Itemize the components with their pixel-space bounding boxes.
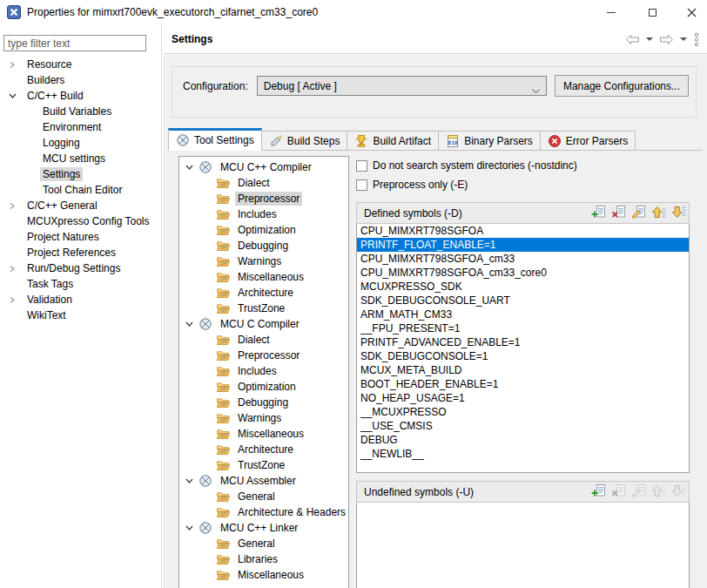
sidebar-item-environment[interactable]: Environment <box>0 119 161 135</box>
sidebar-item-tool-chain-editor[interactable]: Tool Chain Editor <box>0 182 161 198</box>
tool-tree-item-mcu-c-compiler[interactable]: MCU C Compiler <box>179 316 348 332</box>
defined-symbol-row[interactable]: CPU_MIMXRT798SGFOA_cm33 <box>357 252 689 266</box>
chevron-down-icon[interactable] <box>184 164 194 171</box>
tool-tree-item-mcu-c-compiler[interactable]: MCU C++ Compiler <box>179 159 348 175</box>
sidebar-item-label: MCU settings <box>40 152 108 166</box>
sidebar-item-logging[interactable]: Logging <box>0 135 161 151</box>
tab-binary-parsers[interactable]: 010Binary Parsers <box>438 131 541 151</box>
tab-error-parsers[interactable]: Error Parsers <box>540 131 636 151</box>
defined-symbol-row[interactable]: PRINTF_FLOAT_ENABLE=1 <box>357 238 689 252</box>
defined-symbol-row[interactable]: __USE_CMSIS <box>357 419 689 433</box>
forward-history-dropdown[interactable] <box>680 37 687 41</box>
defined-symbol-row[interactable]: ARM_MATH_CM33 <box>357 308 689 321</box>
tool-tree-item-label: MCU C++ Compiler <box>218 160 314 174</box>
tool-tree-item-mcu-c-linker[interactable]: MCU C++ Linker <box>179 520 348 536</box>
sidebar-item-mcu-settings[interactable]: MCU settings <box>0 151 161 166</box>
nostdinc-checkbox[interactable] <box>356 160 367 172</box>
sidebar-item-project-references[interactable]: Project References <box>0 245 161 260</box>
tool-tree-item-preprocessor[interactable]: Preprocessor <box>179 191 348 206</box>
defined-symbol-row[interactable]: CPU_MIMXRT798SGFOA_cm33_core0 <box>357 266 689 280</box>
tool-tree-item-debugging[interactable]: Debugging <box>179 238 348 253</box>
move-symbol-up-button[interactable] <box>650 206 666 220</box>
chevron-down-icon[interactable] <box>7 92 17 99</box>
defined-symbol-row[interactable]: __FPU_PRESENT=1 <box>357 321 689 335</box>
add-symbol-button[interactable] <box>590 206 606 220</box>
minimize-button[interactable] <box>596 0 627 24</box>
defined-symbol-row[interactable]: CPU_MIMXRT798SGFOA <box>357 224 689 238</box>
tool-tree-item-libraries[interactable]: Libraries <box>179 551 348 567</box>
tool-tree-item-dialect[interactable]: Dialect <box>179 175 348 191</box>
sidebar-item-c-c-build[interactable]: C/C++ Build <box>0 88 161 104</box>
defined-symbol-row[interactable]: PRINTF_ADVANCED_ENABLE=1 <box>357 335 689 349</box>
defined-symbol-row[interactable]: NO_HEAP_USAGE=1 <box>357 391 689 405</box>
defined-symbol-row[interactable]: SDK_DEBUGCONSOLE=1 <box>357 349 689 363</box>
tool-tree-item-architecture[interactable]: Architecture <box>179 285 348 301</box>
tool-tree-item-architecture[interactable]: Architecture <box>179 442 348 457</box>
sidebar-item-task-tags[interactable]: Task Tags <box>0 276 161 292</box>
tool-tree-item-general[interactable]: General <box>179 489 348 504</box>
close-button[interactable] <box>676 0 707 24</box>
tool-tree-item-miscellaneous[interactable]: Miscellaneous <box>179 269 348 285</box>
maximize-button[interactable] <box>636 0 668 24</box>
tool-tree-item-warnings[interactable]: Warnings <box>179 253 348 269</box>
view-menu-button[interactable] <box>693 32 700 47</box>
chevron-down-icon[interactable] <box>184 477 194 484</box>
delete-symbol-button[interactable] <box>610 206 626 220</box>
defined-symbol-row[interactable]: __MCUXPRESSO <box>357 405 689 419</box>
tool-tree-item-architecture-headers[interactable]: Architecture & Headers <box>179 504 348 520</box>
sidebar-item-resource[interactable]: Resource <box>0 57 161 72</box>
defined-symbol-row[interactable]: DEBUG <box>357 433 689 447</box>
tool-tree-item-dialect[interactable]: Dialect <box>179 332 348 348</box>
tool-tree-item-miscellaneous[interactable]: Miscellaneous <box>179 426 348 442</box>
tool-tree-item-miscellaneous[interactable]: Miscellaneous <box>179 567 348 583</box>
tool-tree-item-trustzone[interactable]: TrustZone <box>179 301 348 316</box>
sidebar-item-mcuxpresso-config-tools[interactable]: MCUXpresso Config Tools <box>0 213 161 229</box>
defined-symbol-row[interactable]: MCUX_META_BUILD <box>357 363 689 377</box>
main-header: Settings <box>163 24 707 54</box>
configuration-combo[interactable]: Debug [ Active ] <box>257 76 547 96</box>
edit-symbol-button[interactable] <box>630 206 646 220</box>
move-symbol-down-button[interactable] <box>670 206 686 220</box>
chevron-right-icon[interactable] <box>7 296 17 304</box>
defined-symbol-row[interactable]: BOOT_HEADER_ENABLE=1 <box>357 377 689 391</box>
tool-tree-item-warnings[interactable]: Warnings <box>179 410 348 426</box>
sidebar-item-run-debug-settings[interactable]: Run/Debug Settings <box>0 260 161 276</box>
tool-tree-item-includes[interactable]: Includes <box>179 206 348 222</box>
tool-tree-item-trustzone[interactable]: TrustZone <box>179 457 348 473</box>
manage-configurations-button[interactable]: Manage Configurations... <box>555 75 689 97</box>
build-steps-icon <box>269 134 283 148</box>
page-title: Settings <box>172 33 212 45</box>
chevron-right-icon[interactable] <box>7 202 17 210</box>
tool-tree-item-preprocessor[interactable]: Preprocessor <box>179 348 348 363</box>
tool-tree-item-debugging[interactable]: Debugging <box>179 395 348 410</box>
tool-tree-item-optimization[interactable]: Optimization <box>179 379 348 395</box>
sidebar-item-settings[interactable]: Settings <box>0 166 161 182</box>
chevron-down-icon[interactable] <box>184 524 194 531</box>
chevron-right-icon[interactable] <box>7 265 17 273</box>
back-history-dropdown[interactable] <box>646 37 653 41</box>
add-symbol-button[interactable] <box>590 484 606 499</box>
sidebar-item-project-natures[interactable]: Project Natures <box>0 229 161 245</box>
tab-tool-settings[interactable]: Tool Settings <box>168 128 262 151</box>
preprocess-only-checkbox[interactable] <box>356 179 367 191</box>
chevron-right-icon[interactable] <box>7 61 17 69</box>
tab-build-artifact[interactable]: Build Artifact <box>347 131 439 151</box>
sidebar-item-c-c-general[interactable]: C/C++ General <box>0 198 161 213</box>
defined-symbol-row[interactable]: SDK_DEBUGCONSOLE_UART <box>357 294 689 308</box>
sidebar-item-validation[interactable]: Validation <box>0 292 161 308</box>
tool-tree-item-optimization[interactable]: Optimization <box>179 222 348 238</box>
defined-symbol-row[interactable]: MCUXPRESSO_SDK <box>357 280 689 294</box>
tab-build-steps[interactable]: Build Steps <box>261 131 348 151</box>
chevron-down-icon[interactable] <box>184 321 194 328</box>
tool-tree-item-mcu-assembler[interactable]: MCU Assembler <box>179 473 348 489</box>
back-button[interactable] <box>625 34 640 45</box>
tool-tree-item-includes[interactable]: Includes <box>179 363 348 379</box>
sidebar-item-build-variables[interactable]: Build Variables <box>0 104 161 119</box>
sidebar-item-builders[interactable]: Builders <box>0 72 161 88</box>
filter-input[interactable] <box>3 35 146 51</box>
move-symbol-down-icon <box>671 483 686 501</box>
sidebar-item-wikitext[interactable]: WikiText <box>0 308 161 323</box>
forward-button[interactable] <box>659 34 674 45</box>
tool-tree-item-general[interactable]: General <box>179 536 348 551</box>
defined-symbol-row[interactable]: __NEWLIB__ <box>357 447 689 461</box>
